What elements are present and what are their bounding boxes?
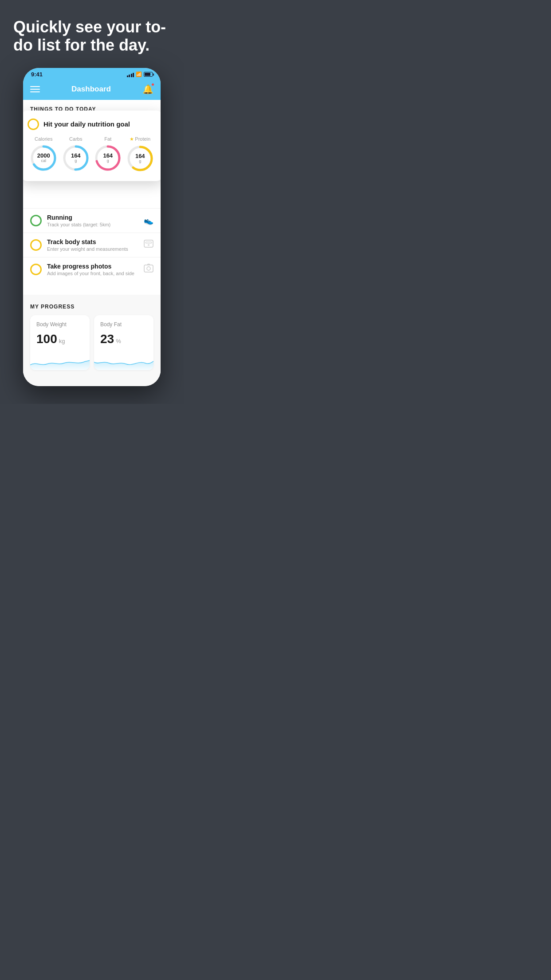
progress-fat-unit: % (116, 338, 121, 344)
ring-carbs-value: 164 g (71, 153, 81, 163)
nutrition-rings: Calories 2000 cal (28, 136, 156, 172)
ring-calories-value: 2000 cal (37, 153, 50, 163)
running-icon: 👟 (144, 216, 153, 225)
scale-icon (144, 240, 153, 250)
phone-bottom (23, 377, 161, 386)
todo-text-photos: Take progress photos Add images of your … (47, 263, 138, 276)
todo-circle-nutrition (28, 119, 39, 130)
progress-weight-value: 100 (36, 332, 57, 346)
ring-calories-label: Calories (35, 136, 52, 142)
ring-fat-circle: 164 g (94, 144, 122, 172)
progress-section-title: MY PROGRESS (30, 304, 153, 310)
app-header: Dashboard 🔔 (23, 80, 161, 100)
ring-carbs-circle: 164 g (62, 144, 90, 172)
progress-card-fat[interactable]: Body Fat 23 % (94, 315, 153, 370)
progress-card-fat-title: Body Fat (100, 321, 147, 328)
progress-card-weight-title: Body Weight (36, 321, 83, 328)
status-bar: 9:41 📶 (23, 68, 161, 80)
ring-carbs: Carbs 164 g (62, 136, 90, 172)
app-background: Quickly see your to-do list for the day.… (0, 0, 184, 404)
photo-icon (144, 264, 153, 275)
todo-title-running: Running (47, 214, 138, 221)
status-time: 9:41 (31, 71, 43, 78)
svg-point-12 (147, 267, 150, 270)
svg-rect-8 (144, 240, 153, 247)
hero-title: Quickly see your to-do list for the day. (13, 18, 170, 55)
battery-icon (144, 72, 153, 77)
progress-fat-value: 23 (100, 332, 114, 346)
fat-wave-chart (94, 352, 153, 370)
star-icon: ★ (130, 136, 134, 142)
todo-item-body-stats[interactable]: Track body stats Enter your weight and m… (23, 233, 161, 257)
phone-mockup: 9:41 📶 (0, 68, 184, 386)
todo-text-running: Running Track your stats (target: 5km) (47, 214, 138, 227)
svg-rect-11 (144, 265, 153, 272)
ring-protein-label-text: Protein (135, 136, 150, 142)
wifi-icon: 📶 (136, 71, 142, 77)
menu-button[interactable] (30, 86, 40, 92)
todo-circle-body-stats (30, 239, 42, 251)
nutrition-card-title: Hit your daily nutrition goal (43, 120, 130, 128)
todo-title-photos: Take progress photos (47, 263, 138, 270)
signal-icon (127, 72, 134, 77)
todo-subtitle-running: Track your stats (target: 5km) (47, 222, 138, 227)
phone-content: THINGS TO DO TODAY Hit your daily nutrit… (23, 100, 161, 377)
gap-spacer (23, 281, 161, 295)
phone-frame: 9:41 📶 (23, 68, 161, 386)
ring-calories: Calories 2000 cal (30, 136, 57, 172)
todo-text-body-stats: Track body stats Enter your weight and m… (47, 238, 138, 252)
progress-weight-value-row: 100 kg (36, 332, 83, 346)
ring-protein-label: ★ Protein (130, 136, 150, 142)
header-title: Dashboard (71, 85, 111, 94)
ring-calories-circle: 2000 cal (30, 144, 57, 172)
todo-title-body-stats: Track body stats (47, 238, 138, 245)
progress-section: MY PROGRESS Body Weight 100 kg (23, 295, 161, 377)
nutrition-card: Hit your daily nutrition goal Calories (23, 111, 161, 181)
notification-badge (151, 83, 154, 86)
ring-protein-circle: 164 g (126, 145, 154, 172)
svg-rect-9 (146, 242, 152, 243)
ring-protein: ★ Protein 164 (126, 136, 154, 172)
svg-point-10 (148, 245, 150, 246)
ring-protein-value: 164 g (135, 153, 145, 164)
ring-fat-label: Fat (104, 136, 111, 142)
todo-circle-photos (30, 264, 42, 275)
progress-fat-value-row: 23 % (100, 332, 147, 346)
todo-circle-running (30, 215, 42, 226)
ring-fat-value: 164 g (103, 153, 113, 163)
progress-weight-unit: kg (59, 338, 65, 344)
notification-button[interactable]: 🔔 (142, 84, 153, 95)
progress-cards: Body Weight 100 kg (30, 315, 153, 370)
weight-wave-chart (30, 352, 90, 370)
ring-carbs-label: Carbs (69, 136, 82, 142)
progress-card-weight[interactable]: Body Weight 100 kg (30, 315, 90, 370)
todo-item-running[interactable]: Running Track your stats (target: 5km) 👟 (23, 208, 161, 233)
status-icons: 📶 (127, 71, 153, 77)
card-title-row: Hit your daily nutrition goal (28, 119, 156, 130)
todo-item-photos[interactable]: Take progress photos Add images of your … (23, 257, 161, 281)
todo-subtitle-photos: Add images of your front, back, and side (47, 271, 138, 276)
todo-list: Running Track your stats (target: 5km) 👟… (23, 208, 161, 281)
todo-subtitle-body-stats: Enter your weight and measurements (47, 246, 138, 252)
hero-section: Quickly see your to-do list for the day. (0, 0, 184, 63)
ring-fat: Fat 164 g (94, 136, 122, 172)
